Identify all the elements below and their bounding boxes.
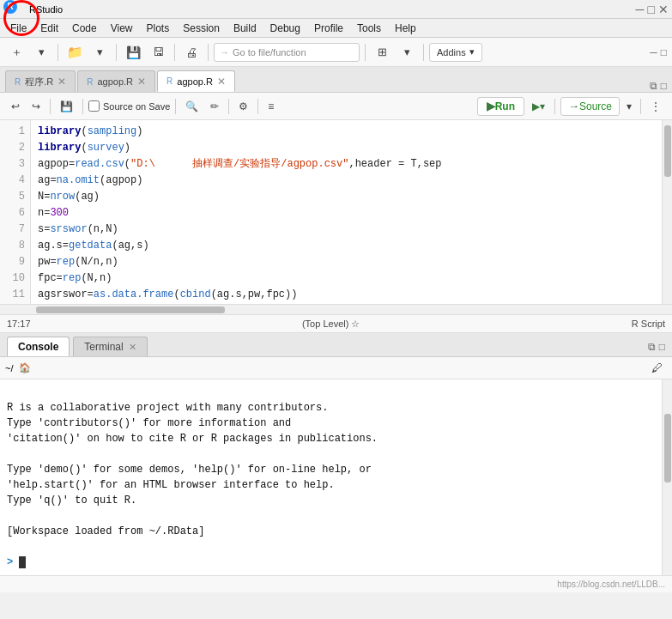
h-scroll-thumb[interactable] bbox=[36, 306, 225, 313]
line-num-8: 8 bbox=[0, 238, 30, 254]
spell-button[interactable]: ✏ bbox=[206, 97, 223, 116]
console-v-scroll-thumb[interactable] bbox=[664, 414, 671, 482]
line-num-10: 10 bbox=[0, 270, 30, 287]
code-tools-button[interactable]: ⚙ bbox=[234, 97, 252, 116]
sep5 bbox=[365, 44, 366, 61]
console-content-area: R is a collaborative project with many c… bbox=[0, 379, 672, 575]
file-type: R Script bbox=[632, 319, 665, 329]
editor-minimize[interactable]: ─ bbox=[650, 46, 657, 58]
extra-button[interactable]: ⋮ bbox=[646, 97, 665, 116]
tab-label-2: agpop.R bbox=[97, 76, 133, 87]
menu-file[interactable]: File bbox=[3, 21, 33, 36]
undo-button[interactable]: ↩ bbox=[7, 97, 24, 116]
save-all-button[interactable]: 🖫 bbox=[147, 42, 169, 63]
tab-close-3[interactable]: ✕ bbox=[217, 76, 226, 88]
line-num-5: 5 bbox=[0, 189, 30, 205]
ed-sep3 bbox=[175, 99, 176, 114]
layout-dropdown[interactable]: ▾ bbox=[396, 42, 418, 63]
tab-terminal[interactable]: Terminal ✕ bbox=[73, 337, 147, 356]
tab-close-2[interactable]: ✕ bbox=[137, 76, 146, 88]
console-line-blank2 bbox=[7, 446, 655, 462]
tab-close-1[interactable]: ✕ bbox=[58, 76, 66, 88]
run-label: Run bbox=[495, 100, 515, 112]
menu-profile[interactable]: Profile bbox=[307, 21, 350, 36]
menu-code[interactable]: Code bbox=[65, 21, 104, 36]
source-dropdown[interactable]: ▾ bbox=[623, 97, 635, 116]
ed-sep4 bbox=[228, 99, 229, 114]
menu-bar: File Edit Code View Plots Session Build … bbox=[0, 19, 672, 38]
console-home-label: ~/ bbox=[5, 363, 13, 373]
grid-layout-button[interactable]: ⊞ bbox=[371, 42, 393, 63]
run-more-button[interactable]: ▶▾ bbox=[528, 97, 549, 116]
code-line-3: agpop=read.csv("D:\ 抽样调查/实验指导/agpop.csv"… bbox=[38, 156, 655, 173]
console-float[interactable]: ⧉ bbox=[648, 341, 656, 353]
code-horizontal-scrollbar[interactable] bbox=[0, 304, 672, 314]
console-line-3: Type 'contributors()' for more informati… bbox=[7, 416, 655, 431]
editor-maximize[interactable]: □ bbox=[661, 46, 667, 58]
code-line-9: pw=rep(N/n,n) bbox=[38, 254, 655, 270]
editor-float[interactable]: ⧉ bbox=[650, 80, 657, 92]
console-line-4: 'citation()' on how to cite R or R packa… bbox=[7, 431, 655, 446]
source-arrow-icon: → bbox=[568, 100, 579, 112]
tab-chengxu[interactable]: R 程序.R ✕ bbox=[5, 70, 76, 92]
close-button[interactable]: ✕ bbox=[658, 3, 669, 16]
source-button[interactable]: → Source bbox=[560, 97, 620, 116]
console-tabs: Console Terminal ✕ ⧉ □ bbox=[0, 333, 672, 357]
console-home-button[interactable]: 🏠 bbox=[16, 359, 33, 378]
source-on-save-text: Source on Save bbox=[103, 101, 170, 112]
editor-toolbar: ↩ ↪ 💾 Source on Save 🔍 ✏ ⚙ ≡ ▶ Run ▶▾ → … bbox=[0, 93, 672, 120]
new-file-dropdown[interactable]: ▾ bbox=[30, 42, 52, 63]
ed-sep1 bbox=[50, 99, 51, 114]
terminal-tab-close[interactable]: ✕ bbox=[129, 342, 136, 353]
menu-plots[interactable]: Plots bbox=[140, 21, 177, 36]
console-vertical-scrollbar[interactable] bbox=[662, 379, 672, 575]
code-body[interactable]: library(sampling) library(survey) agpop=… bbox=[31, 120, 662, 304]
code-vertical-scrollbar[interactable] bbox=[662, 120, 672, 304]
console-clear-button[interactable]: 🖊 bbox=[647, 359, 667, 378]
sep2 bbox=[116, 44, 117, 61]
addins-label: Addins bbox=[437, 47, 466, 58]
line-num-9: 9 bbox=[0, 254, 30, 270]
console-fullscreen[interactable]: □ bbox=[659, 341, 665, 353]
redo-button[interactable]: ↪ bbox=[27, 97, 45, 116]
save-script-button[interactable]: 💾 bbox=[56, 97, 77, 116]
format-button[interactable]: ≡ bbox=[263, 97, 278, 116]
menu-build[interactable]: Build bbox=[227, 21, 263, 36]
minimize-button[interactable]: ─ bbox=[636, 3, 645, 16]
menu-debug[interactable]: Debug bbox=[263, 21, 307, 36]
v-scroll-thumb[interactable] bbox=[664, 125, 671, 177]
editor-area: R 程序.R ✕ R agpop.R ✕ R agpop.R ✕ ⧉ □ ↩ ↪… bbox=[0, 67, 672, 333]
open-file-button[interactable]: 📁 bbox=[64, 42, 86, 63]
tab-agpop1[interactable]: R agpop.R ✕ bbox=[77, 70, 155, 92]
run-button[interactable]: ▶ Run bbox=[477, 97, 524, 116]
menu-help[interactable]: Help bbox=[388, 21, 423, 36]
ed-sep6 bbox=[554, 99, 555, 114]
code-line-11: agsrswor=as.data.frame(cbind(ag.s,pw,fpc… bbox=[38, 287, 655, 303]
tab-label-3: agpop.R bbox=[177, 76, 213, 87]
scope-indicator: (Top Level) ☆ bbox=[302, 319, 360, 330]
editor-fullscreen[interactable]: □ bbox=[661, 80, 667, 92]
tab-icon-2: R bbox=[87, 77, 93, 87]
console-tab-label: Console bbox=[18, 341, 58, 353]
menu-view[interactable]: View bbox=[104, 21, 140, 36]
addins-dropdown-icon: ▾ bbox=[469, 46, 475, 58]
maximize-button[interactable]: □ bbox=[648, 3, 655, 16]
goto-file-search[interactable]: → Go to file/function bbox=[214, 43, 360, 62]
save-button[interactable]: 💾 bbox=[122, 42, 144, 63]
sep3 bbox=[174, 44, 175, 61]
addins-button[interactable]: Addins ▾ bbox=[429, 43, 482, 62]
status-bar: 17:17 (Top Level) ☆ R Script bbox=[0, 314, 672, 333]
new-file-button[interactable]: ＋ bbox=[5, 42, 27, 63]
tab-agpop2[interactable]: R agpop.R ✕ bbox=[157, 70, 235, 92]
console-line-6: 'help.start()' for an HTML browser inter… bbox=[7, 477, 655, 493]
print-button[interactable]: 🖨 bbox=[180, 42, 203, 63]
menu-tools[interactable]: Tools bbox=[350, 21, 388, 36]
tab-console[interactable]: Console bbox=[7, 337, 70, 356]
menu-session[interactable]: Session bbox=[176, 21, 227, 36]
menu-edit[interactable]: Edit bbox=[33, 21, 65, 36]
code-editor[interactable]: 1 2 3 4 5 6 7 8 9 10 11 12 13 14 15 libr… bbox=[0, 120, 672, 304]
source-on-save-checkbox[interactable] bbox=[88, 100, 100, 112]
sep4 bbox=[208, 44, 209, 61]
open-dropdown[interactable]: ▾ bbox=[88, 42, 111, 63]
search-button[interactable]: 🔍 bbox=[181, 97, 203, 116]
